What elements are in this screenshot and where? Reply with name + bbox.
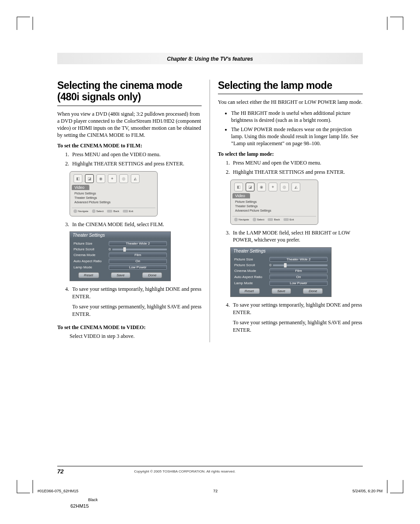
menu-item-picture: Picture Settings — [74, 191, 153, 196]
lamp-intro: You can select either the HI BRIGHT or L… — [218, 99, 363, 106]
video-menu-figure-2: ◧ ◪ ◉ ✦ ◎ ◭ Video Picture Settings Theat… — [230, 180, 318, 224]
menu-item-picture-2: Picture Settings — [235, 200, 313, 204]
theater-body: Picture SizeTheater Wide 2 Picture Scrol… — [70, 238, 170, 281]
row-picture-scroll-2: Picture Scroll0 — [234, 263, 328, 267]
exit-icon-2 — [284, 218, 289, 221]
back-label: Back — [113, 210, 119, 213]
exit-icon — [123, 210, 128, 213]
theater-settings-figure-2: Theater Settings Picture SizeTheater Wid… — [230, 247, 332, 297]
menu-icon-4: ✦ — [108, 174, 117, 183]
meta-page: 72 — [213, 489, 217, 493]
select-icon-2 — [253, 218, 256, 221]
back-icon-2 — [268, 218, 273, 221]
lamp-step4b: To save your settings permanently, highl… — [233, 319, 363, 334]
lamp-step1: Press MENU and open the VIDEO menu. — [231, 159, 363, 167]
row-cinema-mode: Cinema ModeFilm — [74, 253, 167, 257]
lamp-bullets: The HI BRIGHT mode is useful when additi… — [218, 110, 363, 147]
menu-items: Picture Settings Theater Settings Advanc… — [72, 190, 155, 205]
menu-tab-video: Video — [72, 185, 89, 190]
theater-buttons: Reset Save Done — [74, 272, 167, 278]
select-icon — [92, 209, 96, 213]
cinema-intro: When you view a DVD (480i signal; 3:2 pu… — [57, 110, 202, 139]
video-menu-figure: ◧ ◪ ◉ ✦ ◎ ◭ Video Picture Settings Theat… — [70, 171, 158, 216]
menu-icon-6: ◭ — [131, 174, 140, 183]
menu-icon-6b: ◭ — [291, 183, 300, 191]
row-picture-size-2: Picture SizeTheater Wide 2 — [234, 257, 328, 262]
theater-settings-figure: Theater Settings Picture SizeTheater Wid… — [70, 231, 171, 281]
lamp-step2: Highlight THEATER SETTINGS and press ENT… — [231, 169, 363, 176]
menu-icon-5: ◎ — [119, 174, 128, 183]
navigate-icon — [74, 209, 77, 213]
row-auto-aspect: Auto Aspect RatioOn — [74, 259, 167, 264]
theater-body-2: Picture SizeTheater Wide 2 Picture Scrol… — [231, 254, 331, 297]
cinema-step2: Highlight THEATER SETTINGS and press ENT… — [70, 160, 202, 168]
sel-label: Select — [96, 210, 104, 213]
print-meta-row: #01E066-075_62HM15 72 5/24/05, 6:20 PM — [37, 489, 383, 493]
menu-item-theater: Theater Settings — [74, 196, 153, 200]
menu-icon-5b: ◎ — [280, 183, 289, 191]
btn-save-2: Save — [272, 288, 291, 294]
back-icon — [107, 210, 112, 213]
menu-icon-video: ◪ — [85, 174, 94, 183]
row-cinema-mode-2: Cinema ModeFilm — [234, 268, 328, 273]
lamp-steps: Press MENU and open the VIDEO menu. High… — [218, 159, 363, 176]
left-column: Selecting the cinema mode (480i signals … — [57, 80, 210, 342]
menu-icon-row-2: ◧ ◪ ◉ ✦ ◎ ◭ — [232, 182, 316, 192]
menu-icon-3: ◉ — [96, 174, 105, 183]
cinema-sub2: To set the CINEMA MODE to VIDEO: — [57, 324, 202, 331]
chapter-header: Chapter 8: Using the TV's features — [57, 53, 363, 64]
meta-date: 5/24/05, 6:20 PM — [352, 489, 383, 493]
cinema-step4b: To save your settings permanently, highl… — [72, 303, 202, 318]
lamp-steps-cont: In the LAMP MODE field, select HI BRIGHT… — [218, 229, 363, 244]
cinema-step3: In the CINEMA MODE field, select FILM. — [70, 221, 202, 228]
lamp-step3: In the LAMP MODE field, select HI BRIGHT… — [231, 229, 363, 244]
meta-model: 62HM15 — [70, 503, 89, 509]
cinema-step4: To save your settings temporarily, highl… — [70, 286, 202, 318]
menu-icon-1b: ◧ — [234, 183, 243, 191]
menu-icon-row: ◧ ◪ ◉ ✦ ◎ ◭ — [72, 173, 155, 184]
meta-file: #01E066-075_62HM15 — [37, 489, 78, 493]
section-title-cinema: Selecting the cinema mode (480i signals … — [57, 80, 202, 103]
nav-label: Navigate — [78, 210, 88, 213]
menu-item-theater-2: Theater Settings — [235, 204, 313, 209]
menu-item-advanced-2: Advanced Picture Settings — [235, 209, 313, 213]
navigate-icon-2 — [234, 218, 238, 221]
btn-reset: Reset — [78, 272, 99, 278]
row-lamp-mode: Lamp ModeLow Power — [74, 265, 167, 270]
copyright: Copyright © 2005 TOSHIBA CORPORATION. Al… — [134, 469, 235, 473]
row-auto-aspect-2: Auto Aspect RatioOn — [234, 275, 328, 279]
cinema-steps-final: To save your settings temporarily, highl… — [57, 286, 202, 318]
page-number: 72 — [57, 468, 63, 475]
lamp-bullet1: The HI BRIGHT mode is useful when additi… — [231, 110, 363, 124]
section-title-lamp: Selecting the lamp mode — [218, 80, 363, 91]
theater-buttons-2: Reset Save Done — [234, 288, 328, 294]
exit-label: Exit — [129, 210, 133, 213]
menu-icon-4b: ✦ — [269, 183, 277, 191]
lamp-sub1: To select the lamp mode: — [218, 151, 363, 158]
row-picture-size: Picture SizeTheater Wide 2 — [74, 241, 167, 246]
menu-tab-video-2: Video — [232, 193, 250, 198]
menu-icon-1: ◧ — [74, 174, 82, 183]
columns: Selecting the cinema mode (480i signals … — [57, 80, 363, 342]
row-picture-scroll: Picture Scroll0 — [74, 247, 167, 251]
cinema-steps-cont: In the CINEMA MODE field, select FILM. — [57, 221, 202, 228]
meta-black: Black — [88, 498, 98, 502]
right-column: Selecting the lamp mode You can select e… — [210, 80, 363, 342]
cinema-sub1: To set the CINEMA MODE to FILM: — [57, 143, 202, 149]
btn-reset-2: Reset — [239, 288, 260, 294]
menu-footer: Navigate Select Back Exit — [72, 208, 155, 214]
theater-title: Theater Settings — [70, 232, 170, 238]
btn-save: Save — [111, 272, 130, 278]
menu-footer-2: Navigate Select Back Exit — [232, 216, 316, 223]
title-divider-right — [218, 94, 363, 94]
page-footer: 72 Copyright © 2005 TOSHIBA CORPORATION.… — [57, 466, 363, 475]
btn-done: Done — [142, 272, 162, 278]
menu-items-2: Picture Settings Theater Settings Advanc… — [232, 198, 316, 214]
theater-title-2: Theater Settings — [231, 248, 331, 254]
title-divider-left — [57, 106, 202, 106]
cinema-steps: Press MENU and open the VIDEO menu. High… — [57, 151, 202, 168]
menu-icon-3b: ◉ — [257, 183, 266, 191]
chapter-title: Chapter 8: Using the TV's features — [167, 56, 253, 62]
lamp-steps-final: To save your settings temporarily, highl… — [218, 301, 363, 333]
btn-done-2: Done — [303, 288, 323, 294]
